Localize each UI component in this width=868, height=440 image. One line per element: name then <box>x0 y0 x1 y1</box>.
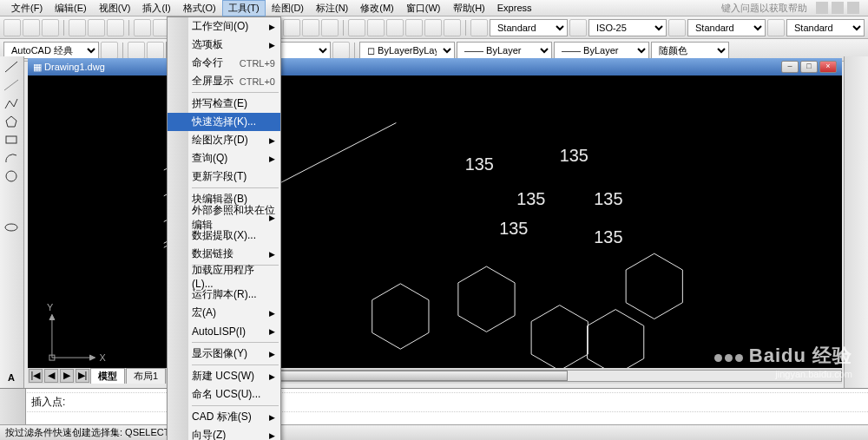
command-line[interactable]: 插入点: <box>0 388 868 424</box>
print-button[interactable] <box>69 19 86 36</box>
gradient-tool[interactable] <box>3 321 20 335</box>
textstyle-icon[interactable] <box>470 19 488 36</box>
revcloud-tool[interactable] <box>3 187 20 200</box>
dimstyle-select[interactable]: ISO-25 <box>589 19 667 36</box>
array-tool[interactable] <box>847 132 865 148</box>
zoom-previous-button[interactable] <box>321 19 339 36</box>
erase-tool[interactable] <box>847 59 865 75</box>
scale-tool[interactable] <box>847 187 865 202</box>
insert-block-tool[interactable] <box>3 255 20 269</box>
construction-line-tool[interactable] <box>3 77 20 93</box>
menu-item[interactable]: 更新字段(T) <box>168 167 280 186</box>
designcenter-button[interactable] <box>367 19 385 36</box>
dimstyle-icon[interactable] <box>569 19 587 36</box>
explode-tool[interactable] <box>847 332 865 348</box>
minimize-button[interactable]: – <box>781 61 799 73</box>
tab-first[interactable]: |◀ <box>29 369 43 383</box>
join-tool[interactable] <box>847 278 865 293</box>
command-grip[interactable] <box>0 389 26 424</box>
menu-item[interactable]: 全屏显示CTRL+0 <box>168 72 280 90</box>
menu-item[interactable]: 宏(A)▶ <box>168 304 280 322</box>
move-tool[interactable] <box>847 150 865 166</box>
polygon-tool[interactable] <box>3 114 20 129</box>
menu-item[interactable]: 选项板▶ <box>168 36 280 54</box>
document-titlebar[interactable]: ▦ Drawing1.dwg – □ × <box>28 58 842 76</box>
menu-help[interactable]: 帮助(H) <box>447 0 491 16</box>
tab-prev[interactable]: ◀ <box>44 369 58 383</box>
menu-item[interactable]: 运行脚本(R)... <box>168 286 280 304</box>
trim-tool[interactable] <box>847 223 865 239</box>
help-search[interactable]: 键入问题以获取帮助 <box>721 2 812 15</box>
menu-item[interactable]: 拼写检查(E) <box>168 95 280 113</box>
calc-button[interactable] <box>444 19 461 36</box>
markup-button[interactable] <box>424 19 442 36</box>
layer-manager-button[interactable] <box>128 42 145 59</box>
menu-insert[interactable]: 插入(I) <box>136 0 176 16</box>
command-prompt[interactable]: 插入点: <box>0 393 868 412</box>
line-tool[interactable] <box>3 59 20 75</box>
menu-draw[interactable]: 绘图(D) <box>266 0 310 16</box>
menu-item[interactable]: 外部参照和块在位编辑▶ <box>168 208 280 227</box>
open-button[interactable] <box>23 19 40 36</box>
menu-item[interactable]: 新建 UCS(W)▶ <box>168 367 280 385</box>
menu-file[interactable]: 文件(F) <box>5 0 49 16</box>
zoom-window-button[interactable] <box>302 19 319 36</box>
break-tool[interactable] <box>847 259 865 275</box>
spline-tool[interactable] <box>3 203 20 217</box>
chamfer-tool[interactable] <box>847 296 865 312</box>
polyline-tool[interactable] <box>3 95 20 111</box>
linetype-select[interactable]: —— ByLayer <box>457 42 552 59</box>
region-tool[interactable] <box>3 338 20 352</box>
rectangle-tool[interactable] <box>3 132 20 148</box>
search-icon[interactable] <box>816 2 828 14</box>
help-icon[interactable] <box>847 2 859 14</box>
preview-button[interactable] <box>88 19 105 36</box>
menu-item[interactable]: AutoLISP(I)▶ <box>168 322 280 340</box>
extend-tool[interactable] <box>847 241 865 257</box>
offset-tool[interactable] <box>847 114 865 129</box>
cut-button[interactable] <box>134 19 151 36</box>
fillet-tool[interactable] <box>847 314 865 330</box>
tab-last[interactable]: ▶| <box>76 369 89 383</box>
tab-model[interactable]: 模型 <box>90 368 125 384</box>
h-scrollbar[interactable] <box>211 370 842 382</box>
mtext-tool[interactable]: A <box>3 371 20 385</box>
menu-item[interactable]: 数据提取(X)... <box>168 227 280 245</box>
arc-tool[interactable] <box>3 150 20 166</box>
hatch-tool[interactable] <box>3 305 20 319</box>
toolpalette-button[interactable] <box>386 19 404 36</box>
copy-tool[interactable] <box>847 77 865 93</box>
new-button[interactable] <box>3 19 21 36</box>
menu-item[interactable]: 数据链接▶ <box>168 245 280 263</box>
publish-button[interactable] <box>107 19 124 36</box>
rotate-tool[interactable] <box>847 168 865 184</box>
menu-item[interactable]: 查询(Q)▶ <box>168 149 280 167</box>
zoom-button[interactable] <box>283 19 300 36</box>
menu-window[interactable]: 窗口(W) <box>400 0 447 16</box>
menu-item[interactable]: 显示图像(Y)▶ <box>168 345 280 363</box>
workspace-settings-icon[interactable] <box>101 42 118 59</box>
menu-item[interactable]: 快速选择(K)... <box>168 113 280 131</box>
tablestyle-icon[interactable] <box>668 19 686 36</box>
color-select[interactable]: ◻ ByLayerByLayer <box>359 42 455 59</box>
properties-button[interactable] <box>348 19 365 36</box>
menu-item[interactable]: 命令行CTRL+9 <box>168 54 280 72</box>
menu-item[interactable]: 命名 UCS(U)... <box>168 385 280 404</box>
maximize-button[interactable]: □ <box>800 61 818 73</box>
sheetset-button[interactable] <box>405 19 423 36</box>
layer-previous-button[interactable] <box>332 42 350 59</box>
drawing-canvas[interactable]: X Y 135135135135135135 <box>28 76 842 368</box>
tablestyle-select[interactable]: Standard <box>687 19 766 36</box>
menu-modify[interactable]: 修改(M) <box>354 0 400 16</box>
stretch-tool[interactable] <box>847 205 865 220</box>
menu-item[interactable]: 工作空间(O)▶ <box>168 17 280 36</box>
menu-edit[interactable]: 编辑(E) <box>49 0 93 16</box>
save-button[interactable] <box>42 19 59 36</box>
table-tool[interactable] <box>3 355 20 369</box>
menu-view[interactable]: 视图(V) <box>93 0 137 16</box>
make-block-tool[interactable] <box>3 272 20 286</box>
lineweight-select[interactable]: —— ByLayer <box>554 42 649 59</box>
ellipse-arc-tool[interactable] <box>3 238 20 252</box>
close-button[interactable]: × <box>819 61 837 73</box>
menu-item[interactable]: 向导(Z)▶ <box>168 426 280 440</box>
